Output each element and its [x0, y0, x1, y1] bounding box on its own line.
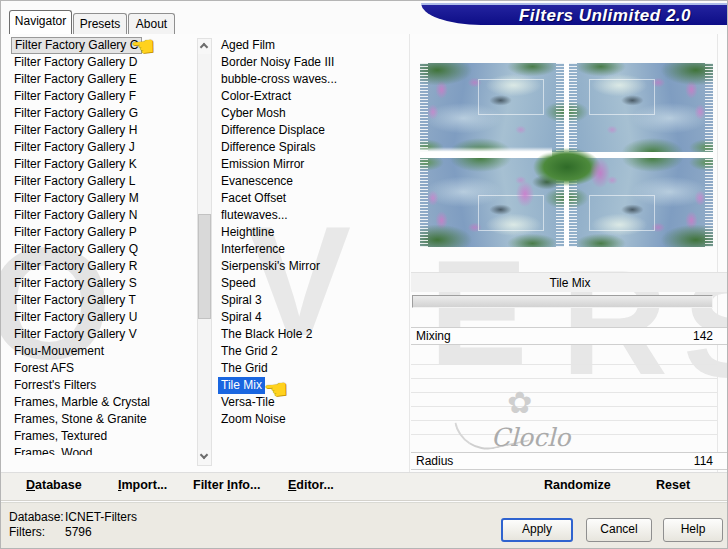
- filter-item[interactable]: The Grid: [216, 360, 404, 377]
- category-item[interactable]: Filter Factory Gallery N: [9, 207, 197, 224]
- import-button[interactable]: Import...: [118, 478, 167, 492]
- category-item[interactable]: Filter Factory Gallery Q: [9, 241, 197, 258]
- param-row-radius[interactable]: Radius 114: [411, 452, 728, 470]
- category-item[interactable]: Filter Factory Gallery P: [9, 224, 197, 241]
- scroll-up-button[interactable]: [198, 39, 211, 54]
- category-item[interactable]: Frames, Wood: [9, 445, 197, 455]
- database-value: ICNET-Filters: [65, 510, 137, 524]
- filter-item[interactable]: Zoom Noise: [216, 411, 404, 428]
- signature-text: Cloclo: [491, 423, 570, 452]
- filter-item[interactable]: Spiral 4: [216, 309, 404, 326]
- panel-divider: [409, 34, 410, 472]
- preview-image: [420, 63, 713, 247]
- tab-presets[interactable]: Presets: [73, 13, 127, 34]
- filter-list: Aged Film Border Noisy Fade III bubble-c…: [216, 37, 404, 437]
- category-item[interactable]: Frames, Marble & Crystal: [9, 394, 197, 411]
- category-item[interactable]: Filter Factory Gallery E: [9, 71, 197, 88]
- category-item[interactable]: Forrest's Filters: [9, 377, 197, 394]
- editor-button[interactable]: Editor...: [288, 478, 334, 492]
- param-label: Radius: [416, 453, 453, 470]
- pointing-hand-icon: ☚: [129, 30, 156, 64]
- category-item[interactable]: Filter Factory Gallery L: [9, 173, 197, 190]
- header-bar: Navigator Presets About Filters Unlimite…: [1, 1, 728, 34]
- filter-item-selected[interactable]: Tile Mix: [216, 377, 404, 394]
- filter-item[interactable]: bubble-cross waves...: [216, 71, 404, 88]
- filter-item[interactable]: Interference: [216, 241, 404, 258]
- window-title: Filters Unlimited 2.0: [491, 6, 719, 26]
- separator-line: [411, 420, 717, 421]
- filter-item[interactable]: Heightline: [216, 224, 404, 241]
- category-item[interactable]: Filter Factory Gallery V: [9, 326, 197, 343]
- filters-count-label: Filters:: [9, 525, 45, 539]
- swirl-decoration: [454, 408, 530, 456]
- filter-item[interactable]: Sierpenski's Mirror: [216, 258, 404, 275]
- param-row-mixing[interactable]: Mixing 142: [411, 327, 728, 345]
- filter-item[interactable]: Cyber Mosh: [216, 105, 404, 122]
- filter-item[interactable]: flutewaves...: [216, 207, 404, 224]
- scrollbar-thumb[interactable]: [198, 214, 211, 319]
- database-label: Database:: [9, 510, 64, 524]
- category-item[interactable]: Flou-Mouvement: [9, 343, 197, 360]
- category-item[interactable]: Filter Factory Gallery R: [9, 258, 197, 275]
- filter-item[interactable]: Speed: [216, 275, 404, 292]
- category-item[interactable]: Frames, Stone & Granite: [9, 411, 197, 428]
- database-button[interactable]: Database: [26, 478, 82, 492]
- category-item[interactable]: Filter Factory Gallery T: [9, 292, 197, 309]
- param-value: 114: [694, 453, 713, 470]
- filter-item[interactable]: Difference Displace: [216, 122, 404, 139]
- category-scrollbar[interactable]: [197, 38, 212, 466]
- param-label: Mixing: [416, 328, 451, 345]
- filter-item[interactable]: Color-Extract: [216, 88, 404, 105]
- category-item[interactable]: Filter Factory Gallery S: [9, 275, 197, 292]
- category-item[interactable]: Frames, Textured: [9, 428, 197, 445]
- preview-flowers: [516, 181, 534, 207]
- category-item[interactable]: Filter Factory Gallery G: [9, 105, 197, 122]
- apply-button[interactable]: Apply: [501, 518, 573, 542]
- flower-icon: ✿: [507, 385, 532, 420]
- help-button[interactable]: Help: [663, 518, 723, 542]
- chevron-down-icon: [200, 451, 208, 459]
- cancel-button[interactable]: Cancel: [586, 518, 652, 542]
- separator-line: [411, 406, 717, 407]
- category-item[interactable]: Filter Factory Gallery U: [9, 309, 197, 326]
- toolbar: Database Import... Filter Info... Editor…: [1, 472, 728, 501]
- category-item[interactable]: Forest AFS: [9, 360, 197, 377]
- filter-item[interactable]: Versa-Tile: [216, 394, 404, 411]
- filter-item[interactable]: Border Noisy Fade III: [216, 54, 404, 71]
- category-list: Filter Factory Gallery C Filter Factory …: [9, 37, 197, 455]
- status-bar: Database: ICNET-Filters Filters: 5796 Ap…: [1, 502, 728, 549]
- category-item[interactable]: Filter Factory Gallery C: [9, 37, 197, 54]
- mixing-slider[interactable]: [412, 295, 713, 308]
- title-banner: Filters Unlimited 2.0: [421, 3, 728, 25]
- filter-item[interactable]: Evanescence: [216, 173, 404, 190]
- separator-line: [411, 364, 717, 365]
- filter-item[interactable]: The Black Hole 2: [216, 326, 404, 343]
- randomize-button[interactable]: Randomize: [544, 478, 611, 492]
- filter-item[interactable]: Facet Offset: [216, 190, 404, 207]
- category-item[interactable]: Filter Factory Gallery F: [9, 88, 197, 105]
- scroll-down-button[interactable]: [198, 450, 211, 465]
- param-value: 142: [693, 328, 713, 345]
- filter-info-button[interactable]: Filter Info...: [193, 478, 260, 492]
- category-item[interactable]: Filter Factory Gallery M: [9, 190, 197, 207]
- separator-line: [411, 392, 717, 393]
- filter-item[interactable]: The Grid 2: [216, 343, 404, 360]
- filter-item[interactable]: Spiral 3: [216, 292, 404, 309]
- filters-unlimited-dialog: Navigator Presets About Filters Unlimite…: [0, 0, 728, 549]
- selected-filter-title: Tile Mix: [411, 272, 728, 292]
- chevron-up-icon: [200, 43, 208, 51]
- reset-button[interactable]: Reset: [656, 478, 690, 492]
- filters-count-value: 5796: [65, 525, 92, 539]
- category-item[interactable]: Filter Factory Gallery D: [9, 54, 197, 71]
- filter-item[interactable]: Aged Film: [216, 37, 404, 54]
- category-item[interactable]: Filter Factory Gallery K: [9, 156, 197, 173]
- category-item[interactable]: Filter Factory Gallery J: [9, 139, 197, 156]
- panel-divider: [717, 34, 718, 472]
- separator-line: [411, 378, 717, 379]
- preview-flowers: [590, 158, 610, 188]
- category-item[interactable]: Filter Factory Gallery H: [9, 122, 197, 139]
- filter-item[interactable]: Emission Mirror: [216, 156, 404, 173]
- tab-navigator[interactable]: Navigator: [9, 10, 72, 34]
- preview-light-streak: [420, 147, 552, 157]
- filter-item[interactable]: Difference Spirals: [216, 139, 404, 156]
